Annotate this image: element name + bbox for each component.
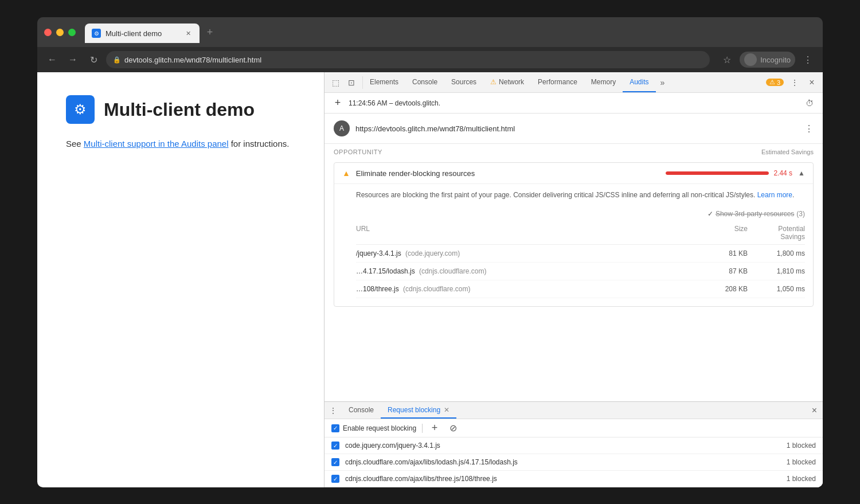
audit-content: A https://devtools.glitch.me/wndt78/mult…: [325, 114, 823, 401]
rule-checkbox-3[interactable]: ✓: [331, 475, 339, 483]
resource-size-3: 208 KB: [702, 285, 748, 293]
tab-console[interactable]: Console: [405, 72, 444, 92]
devtools-right: ⚠ 3 ⋮ ×: [761, 76, 823, 89]
resource-url-3: …108/three.js (cdnjs.cloudflare.com): [356, 285, 702, 293]
new-tab-button[interactable]: +: [202, 24, 218, 40]
incognito-label: Incognito: [760, 56, 791, 64]
col-savings-header: PotentialSavings: [748, 225, 805, 241]
third-party-row: ✓ Show 3rd-party resources (3): [356, 206, 805, 221]
devtools-settings-button[interactable]: ⋮: [788, 76, 801, 89]
resource-size-2: 87 KB: [702, 267, 748, 275]
tab-memory[interactable]: Memory: [584, 72, 623, 92]
url-bar[interactable]: 🔒 devtools.glitch.me/wndt78/multiclient.…: [106, 51, 710, 68]
devtools-tabs: Elements Console Sources ⚠ Network Perfo…: [363, 72, 761, 92]
page-favicon: ⚙: [66, 95, 95, 124]
address-bar: ← → ↻ 🔒 devtools.glitch.me/wndt78/multic…: [37, 47, 823, 72]
table-row: …108/three.js (cdnjs.cloudflare.com) 208…: [356, 280, 805, 298]
tab-favicon: ⚙: [92, 29, 101, 38]
audit-add-button[interactable]: +: [331, 97, 344, 110]
warning-icon-badge: ⚠: [769, 79, 775, 86]
close-window-button[interactable]: [44, 29, 52, 36]
third-party-label: Show 3rd-party resources: [716, 210, 794, 218]
bottom-panel: ⋮ Console Request blocking ✕ × ✓: [325, 401, 823, 487]
devtools-close-button[interactable]: ×: [806, 76, 818, 89]
title-bar: ⚙ Multi-client demo ✕ +: [37, 17, 823, 47]
blocked-count-2: 1 blocked: [787, 458, 816, 466]
resource-savings-3: 1,050 ms: [748, 285, 805, 293]
devtools-toolbar: ⬚ ⊡ Elements Console Sources ⚠ Netw: [325, 72, 823, 93]
device-toolbar-button[interactable]: ⊡: [345, 76, 358, 89]
network-warning-icon: ⚠: [490, 78, 497, 86]
devtools-icons: ⬚ ⊡: [325, 76, 363, 89]
audit-url-bar: A https://devtools.glitch.me/wndt78/mult…: [325, 114, 823, 144]
inspect-element-button[interactable]: ⬚: [329, 76, 342, 89]
savings-bar-container: 2.44 s: [666, 169, 792, 177]
request-blocking-toolbar: ✓ Enable request blocking + ⊘: [325, 419, 823, 437]
third-party-count: (3): [796, 210, 805, 218]
description-before: See: [66, 139, 84, 149]
page-content: ⚙ Multi-client demo See Multi-client sup…: [37, 72, 324, 487]
blocked-count-3: 1 blocked: [787, 475, 816, 483]
blocked-rule-2: ✓ cdnjs.cloudflare.com/ajax/libs/lodash.…: [325, 454, 823, 471]
browser-tab[interactable]: ⚙ Multi-client demo ✕: [85, 24, 200, 43]
opportunity-item: ▲ Eliminate render-blocking resources 2.…: [334, 162, 814, 307]
checkmark-icon: ✓: [707, 210, 713, 218]
forward-button[interactable]: →: [65, 52, 81, 68]
audit-more-button[interactable]: ⋮: [804, 123, 814, 134]
tab-title: Multi-client demo: [105, 29, 179, 38]
main-content: ⚙ Multi-client demo See Multi-client sup…: [37, 72, 823, 487]
col-size-header: Size: [702, 225, 748, 241]
incognito-button[interactable]: Incognito: [740, 52, 795, 68]
blocked-count-1: 1 blocked: [787, 442, 816, 450]
savings-bar-fill: [666, 171, 769, 175]
add-rule-button[interactable]: +: [428, 422, 441, 435]
bottom-tabs: ⋮ Console Request blocking ✕ ×: [325, 402, 823, 419]
chevron-up-icon[interactable]: ▲: [798, 169, 805, 177]
tab-performance[interactable]: Performance: [531, 72, 584, 92]
learn-more-link[interactable]: Learn more: [757, 191, 792, 199]
resource-url-2: …4.17.15/lodash.js (cdnjs.cloudflare.com…: [356, 267, 702, 275]
checkbox-icon: ✓: [331, 424, 339, 432]
resource-table-header: URL Size PotentialSavings: [356, 221, 805, 245]
tab-close-button[interactable]: ✕: [183, 29, 193, 38]
back-button[interactable]: ←: [44, 52, 60, 68]
resource-savings-1: 1,800 ms: [748, 249, 805, 257]
tab-network[interactable]: ⚠ Network: [483, 72, 531, 92]
blocked-url-3: cdnjs.cloudflare.com/ajax/libs/three.js/…: [345, 475, 781, 483]
audit-session-label: 11:24:56 AM – devtools.glitch.: [349, 99, 799, 107]
bottom-panel-close-button[interactable]: ×: [812, 405, 823, 416]
reload-button[interactable]: ↻: [85, 52, 101, 68]
opportunity-warning-icon: ▲: [342, 169, 350, 178]
warnings-badge: ⚠ 3: [766, 79, 784, 86]
tab-audits[interactable]: Audits: [623, 72, 655, 92]
description-after: for instructions.: [229, 139, 290, 149]
minimize-window-button[interactable]: [56, 29, 64, 36]
page-description: See Multi-client support in the Audits p…: [66, 138, 295, 151]
resource-savings-2: 1,810 ms: [748, 267, 805, 275]
bottom-tab-console[interactable]: Console: [342, 402, 381, 419]
tab-sources[interactable]: Sources: [444, 72, 483, 92]
request-blocking-panel: ✓ Enable request blocking + ⊘ ✓ code.jqu…: [325, 419, 823, 487]
enable-request-blocking-checkbox[interactable]: ✓ Enable request blocking: [331, 424, 416, 432]
bottom-tab-more-button[interactable]: ⋮: [325, 406, 342, 415]
bottom-tab-request-blocking[interactable]: Request blocking ✕: [381, 402, 456, 419]
block-all-button[interactable]: ⊘: [447, 422, 459, 435]
rule-checkbox-1[interactable]: ✓: [331, 442, 339, 450]
maximize-window-button[interactable]: [68, 29, 76, 36]
bottom-tab-close-button[interactable]: ✕: [444, 406, 449, 414]
browser-window: ⚙ Multi-client demo ✕ + ← → ↻ 🔒 devtools…: [37, 17, 823, 487]
page-link[interactable]: Multi-client support in the Audits panel: [84, 139, 229, 149]
rule-checkbox-2[interactable]: ✓: [331, 458, 339, 466]
audit-favicon: A: [334, 120, 350, 136]
third-party-checkbox[interactable]: ✓ Show 3rd-party resources (3): [707, 210, 805, 218]
blocked-url-1: code.jquery.com/jquery-3.4.1.js: [345, 442, 781, 450]
more-options-button[interactable]: ⋮: [800, 52, 816, 68]
blocked-rule-3: ✓ cdnjs.cloudflare.com/ajax/libs/three.j…: [325, 471, 823, 487]
audit-history-button[interactable]: ⏱: [803, 97, 816, 110]
resource-size-1: 81 KB: [702, 249, 748, 257]
audit-url: https://devtools.glitch.me/wndt78/multic…: [355, 124, 799, 133]
more-tabs-button[interactable]: »: [656, 78, 670, 87]
tab-elements[interactable]: Elements: [363, 72, 405, 92]
bookmark-button[interactable]: ☆: [719, 52, 735, 68]
opportunity-header[interactable]: ▲ Eliminate render-blocking resources 2.…: [334, 163, 813, 183]
